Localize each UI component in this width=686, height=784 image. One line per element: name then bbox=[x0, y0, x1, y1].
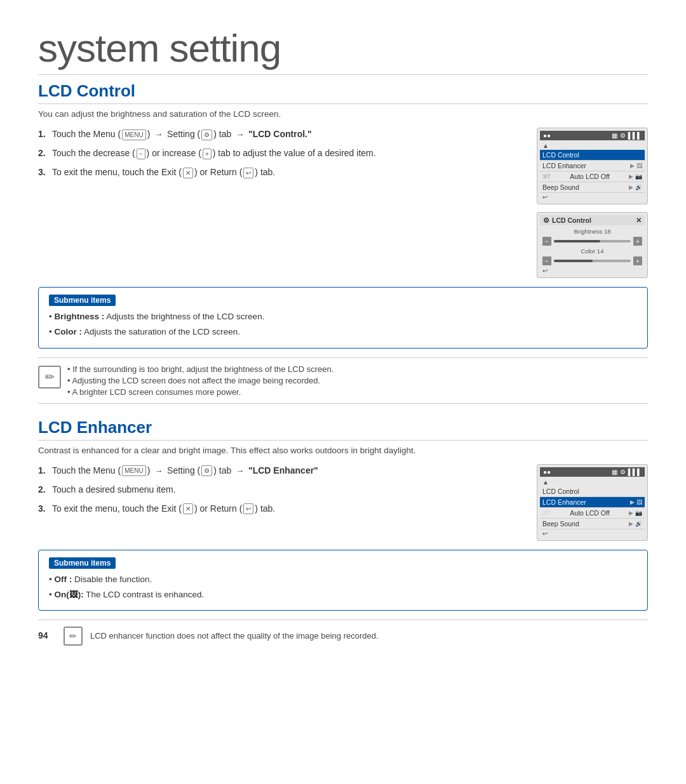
brightness-slider-fill bbox=[554, 240, 600, 243]
note-line-1: • If the surrounding is too bright, adju… bbox=[67, 364, 333, 374]
increase-icon: + bbox=[203, 149, 212, 159]
lcd-control-menu-panel: ●● ▦ ⚙ ▌▌▌ ▲ LCD Control LCD Enhancer ▶ … bbox=[537, 128, 648, 204]
battery-icon: ▌▌▌ bbox=[628, 132, 642, 139]
enhancer-dot-icon: ●● bbox=[543, 468, 551, 475]
step-1-num: 1. bbox=[38, 128, 48, 141]
brightness-slider-track[interactable] bbox=[554, 240, 631, 243]
menu-label-auto-lcd-off: Auto LCD Off bbox=[570, 173, 609, 180]
lcd-control-slider-panel: ⚙ LCD Control ✕ Brightness 18 − + Color … bbox=[537, 212, 648, 278]
color-slider-row: − + bbox=[540, 255, 645, 267]
color-increase-btn[interactable]: + bbox=[633, 256, 642, 265]
step-e1-text: Touch the Menu (MENU) → Setting (⚙) tab … bbox=[52, 464, 318, 477]
beep-sound-arrow: ▶ 🔊 bbox=[629, 184, 642, 190]
slider-panel-back: ↩ bbox=[540, 267, 645, 275]
menu-panel-titlebar: ●● ▦ ⚙ ▌▌▌ bbox=[540, 131, 645, 140]
page-num-indicator: 3/7 bbox=[542, 173, 551, 180]
enhancer-battery-icon: ▌▌▌ bbox=[628, 468, 642, 475]
brightness-slider-row: − + bbox=[540, 236, 645, 247]
slider-panel-label: LCD Control bbox=[552, 216, 591, 224]
note-line-3: • A brighter LCD screen consumes more po… bbox=[67, 387, 333, 397]
step-3-text: To exit the menu, touch the Exit (✕) or … bbox=[52, 166, 275, 179]
menu-row-lcd-enhancer[interactable]: LCD Enhancer ▶ 🖼 bbox=[540, 161, 645, 171]
setting-icon: ⚙ bbox=[201, 130, 212, 140]
return-icon-e: ↩ bbox=[243, 503, 253, 514]
menu-icon-e: MENU bbox=[122, 465, 145, 476]
lcd-control-steps-area: 1. Touch the Menu (MENU) → Setting (⚙) t… bbox=[38, 128, 648, 278]
color-label: Color 14 bbox=[540, 247, 645, 255]
step-1-text: Touch the Menu (MENU) → Setting (⚙) tab … bbox=[52, 128, 312, 141]
enhancer-auto-arrow: ▶ 📷 bbox=[629, 510, 642, 516]
brightness-increase-btn[interactable]: + bbox=[633, 237, 642, 246]
lcd-enhancer-submenu-box: Submenu items • Off : Disable the functi… bbox=[38, 550, 648, 611]
lcd-enhancer-heading: LCD Enhancer bbox=[38, 418, 648, 441]
brightness-label: Brightness 18 bbox=[540, 227, 645, 236]
lcd-control-submenu-label: Submenu items bbox=[49, 295, 116, 306]
lcd-control-section: LCD Control You can adjust the brightnes… bbox=[38, 81, 648, 404]
lcd-enhancer-description: Contrast is enhanced for a clear and bri… bbox=[38, 446, 648, 455]
return-nav-icon: ↩ bbox=[542, 194, 548, 201]
exit-icon: ✕ bbox=[183, 168, 193, 178]
decrease-icon: − bbox=[137, 149, 145, 159]
menu-nav-up: ▲ bbox=[540, 142, 645, 150]
color-slider-track[interactable] bbox=[554, 260, 631, 262]
footer-note-text: LCD enhancer function does not affect th… bbox=[90, 631, 379, 641]
menu-label-lcd-enhancer: LCD Enhancer bbox=[542, 162, 586, 169]
page-number: 94 bbox=[38, 630, 56, 641]
enhancer-row-lcd-control[interactable]: LCD Control bbox=[540, 486, 645, 497]
step-e3-text: To exit the menu, touch the Exit (✕) or … bbox=[52, 502, 275, 515]
gear-icon: ⚙ bbox=[620, 132, 626, 139]
menu-row-auto-lcd-off[interactable]: 3/7 Auto LCD Off ▶ 📷 bbox=[540, 171, 645, 182]
slider-panel-title: ⚙ LCD Control ✕ bbox=[540, 215, 645, 225]
lcd-enhancer-step-3: 3. To exit the menu, touch the Exit (✕) … bbox=[38, 502, 524, 515]
up-arrow-icon: ▲ bbox=[542, 142, 549, 149]
menu-dot-icon: ●● bbox=[543, 132, 551, 139]
enhancer-label-lcd-control: LCD Control bbox=[542, 488, 579, 495]
lcd-enhancer-submenu-label: Submenu items bbox=[49, 557, 116, 569]
auto-lcd-off-arrow: ▶ 📷 bbox=[629, 173, 642, 180]
lcd-enhancer-menu-panel: ●● ▦ ⚙ ▌▌▌ ▲ LCD Control LCD Enhancer ▶ … bbox=[537, 464, 648, 541]
return-icon: ↩ bbox=[243, 168, 253, 178]
lcd-control-description: You can adjust the brightness and satura… bbox=[38, 109, 648, 119]
lcd-control-notes: ✏ • If the surrounding is too bright, ad… bbox=[38, 357, 648, 404]
page-footer: 94 ✏ LCD enhancer function does not affe… bbox=[38, 620, 648, 646]
enhancer-row-auto-lcd-off[interactable]: 3/7 Auto LCD Off ▶ 📷 bbox=[540, 508, 645, 519]
enhancer-page-num: 3/7 bbox=[542, 510, 551, 516]
slider-gear-icon: ⚙ bbox=[543, 216, 549, 224]
slider-close-icon[interactable]: ✕ bbox=[636, 216, 642, 224]
lcd-enhancer-step-1: 1. Touch the Menu (MENU) → Setting (⚙) t… bbox=[38, 464, 524, 477]
submenu-item-off: • Off : Disable the function. bbox=[49, 573, 637, 586]
step-2-num: 2. bbox=[38, 147, 48, 160]
enhancer-row-beep-sound[interactable]: Beep Sound ▶ 🔊 bbox=[540, 519, 645, 529]
exit-icon-e: ✕ bbox=[183, 503, 193, 514]
enhancer-gear-icon: ⚙ bbox=[620, 468, 626, 475]
lcd-control-step-3: 3. To exit the menu, touch the Exit (✕) … bbox=[38, 166, 524, 179]
setting-icon-e: ⚙ bbox=[201, 465, 212, 476]
menu-label-lcd-control: LCD Control bbox=[542, 151, 579, 159]
enhancer-grid-icon: ▦ bbox=[612, 468, 617, 475]
submenu-item-color: • Color : Adjusts the saturation of the … bbox=[49, 326, 637, 338]
slider-back-icon[interactable]: ↩ bbox=[542, 267, 548, 274]
color-slider-fill bbox=[554, 260, 593, 262]
enhancer-up-icon: ▲ bbox=[542, 479, 549, 486]
enhancer-panel-titlebar: ●● ▦ ⚙ ▌▌▌ bbox=[540, 467, 645, 477]
enhancer-nav-up: ▲ bbox=[540, 478, 645, 486]
menu-row-beep-sound[interactable]: Beep Sound ▶ 🔊 bbox=[540, 182, 645, 193]
grid-icon: ▦ bbox=[612, 132, 617, 139]
footer-note-icon: ✏ bbox=[64, 627, 83, 646]
enhancer-label-beep-sound: Beep Sound bbox=[542, 520, 579, 528]
enhancer-row-lcd-enhancer[interactable]: LCD Enhancer ▶ 🖼 bbox=[540, 497, 645, 508]
enhancer-return-icon: ↩ bbox=[542, 530, 548, 537]
enhancer-nav-return: ↩ bbox=[540, 529, 645, 538]
lcd-control-submenu-box: Submenu items • Brightness : Adjusts the… bbox=[38, 287, 648, 349]
lcd-enhancer-section: LCD Enhancer Contrast is enhanced for a … bbox=[38, 418, 648, 646]
note-icon: ✏ bbox=[38, 366, 61, 389]
step-e3-num: 3. bbox=[38, 502, 48, 515]
menu-nav-return: ↩ bbox=[540, 193, 645, 201]
lcd-enhancer-steps-area: 1. Touch the Menu (MENU) → Setting (⚙) t… bbox=[38, 464, 648, 541]
step-e1-num: 1. bbox=[38, 464, 48, 477]
brightness-decrease-btn[interactable]: − bbox=[542, 237, 551, 246]
enhancer-lcd-arrow: ▶ 🖼 bbox=[630, 499, 642, 505]
color-decrease-btn[interactable]: − bbox=[542, 256, 551, 265]
menu-row-lcd-control[interactable]: LCD Control bbox=[540, 150, 645, 161]
lcd-enhancer-ui-panel-wrap: ●● ▦ ⚙ ▌▌▌ ▲ LCD Control LCD Enhancer ▶ … bbox=[537, 464, 648, 541]
